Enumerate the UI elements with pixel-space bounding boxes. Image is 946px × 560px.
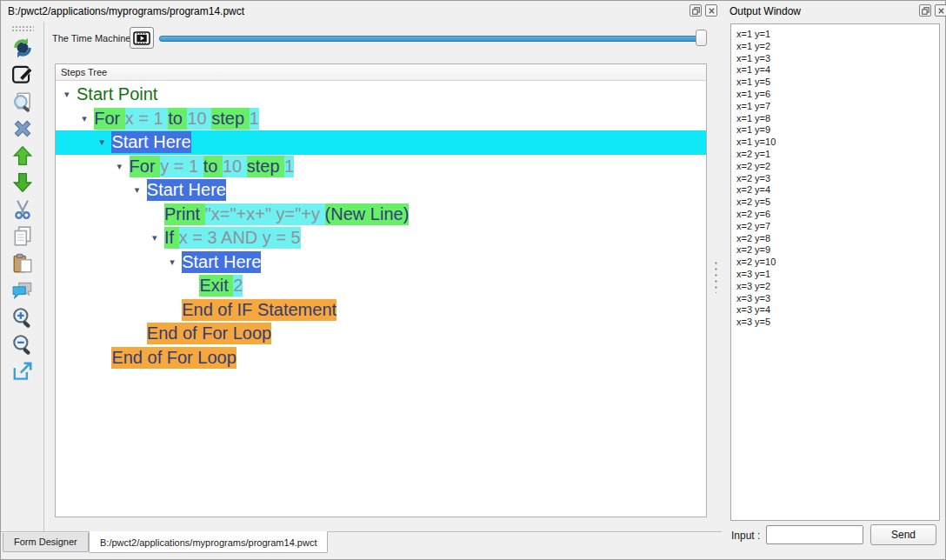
right-dock-title: Output Window — [729, 5, 801, 17]
output-line: x=1 y=3 — [736, 53, 937, 65]
step-text-segment: y = 1 — [160, 156, 203, 177]
output-line: x=3 y=1 — [736, 269, 937, 281]
step-text-segment: Start Point — [77, 83, 157, 105]
tree-row[interactable]: ▾For x = 1 to 10 step 1 — [56, 107, 706, 131]
step-text-segment: End of For Loop — [147, 323, 271, 344]
step-text-segment: Start Here — [147, 179, 226, 201]
float-window-icon[interactable] — [919, 4, 931, 17]
output-line: x=2 y=7 — [736, 221, 937, 233]
comments-icon[interactable] — [9, 277, 36, 303]
step-text-segment: End of For Loop — [111, 347, 236, 369]
step-text-segment: Start Here — [111, 131, 190, 153]
output-line: x=2 y=4 — [736, 184, 937, 197]
output-line: x=3 y=4 — [736, 304, 937, 317]
step-text-segment: Start Here — [182, 251, 261, 273]
float-window-icon[interactable] — [690, 4, 702, 17]
output-line: x=2 y=6 — [736, 209, 937, 221]
expand-arrow-icon[interactable]: ▾ — [82, 113, 94, 124]
step-text-segment: step — [211, 108, 249, 130]
tree-row[interactable]: Print "x="+x+" y="+y (New Line) — [56, 203, 706, 227]
step-text-segment: Exit — [199, 275, 233, 297]
time-machine-slider-handle[interactable] — [696, 30, 707, 46]
output-line: x=2 y=5 — [736, 197, 937, 209]
tree-row[interactable]: ▾Start Here — [56, 178, 706, 203]
pwct-main-window: B:/pwct2/applications/myprograms/program… — [0, 0, 946, 560]
output-line: x=3 y=2 — [736, 281, 937, 293]
output-line: x=1 y=9 — [736, 124, 937, 137]
tree-row[interactable]: Exit 2 — [56, 274, 706, 298]
expand-arrow-icon[interactable]: ▾ — [170, 257, 182, 268]
send-button[interactable]: Send — [870, 524, 936, 545]
toolbar-grip-icon[interactable] — [11, 25, 34, 31]
expand-arrow-icon[interactable]: ▾ — [135, 184, 147, 196]
step-text-segment: For — [130, 156, 161, 177]
step-text-segment: to — [203, 156, 223, 177]
step-text-segment: 1 — [284, 156, 294, 177]
output-line: x=3 y=3 — [736, 293, 937, 305]
toolbar-icons — [9, 34, 36, 384]
steps-tree-body: ▾Start Point▾For x = 1 to 10 step 1▾Star… — [56, 81, 706, 370]
time-machine-slider[interactable] — [159, 36, 706, 42]
expand-arrow-icon[interactable]: ▾ — [152, 232, 164, 243]
move-down-icon[interactable] — [9, 169, 36, 196]
step-text-segment: For — [94, 108, 125, 130]
output-line: x=1 y=10 — [736, 137, 937, 149]
step-text-segment: End of IF Statement — [182, 299, 336, 321]
step-text-segment: x = 1 — [125, 108, 168, 130]
copy-icon[interactable] — [9, 223, 36, 250]
interact-icon[interactable] — [9, 34, 36, 61]
output-line: x=2 y=10 — [736, 257, 937, 269]
expand-arrow-icon[interactable]: ▾ — [64, 89, 77, 100]
vertical-toolbar — [1, 22, 43, 531]
steps-tree-panel: Steps Tree ▾Start Point▾For x = 1 to 10 … — [55, 63, 707, 517]
open-window-icon[interactable] — [9, 357, 36, 384]
zoom-out-icon[interactable] — [9, 330, 36, 357]
zoom-in-icon[interactable] — [9, 303, 36, 330]
cut-icon[interactable] — [9, 196, 36, 223]
step-text-segment: x = 3 AND y = 5 — [179, 227, 301, 249]
tree-row[interactable]: ▾Start Here — [56, 130, 706, 155]
output-line: x=2 y=8 — [736, 233, 937, 245]
step-text-segment: step — [247, 156, 284, 177]
steps-tree-header: Steps Tree — [56, 64, 706, 81]
play-movie-button[interactable] — [130, 27, 154, 49]
panel-splitter-handle[interactable] — [714, 260, 718, 293]
tree-row[interactable]: ▾Start Point — [56, 83, 706, 107]
left-dock-title: B:/pwct2/applications/myprograms/program… — [8, 5, 244, 17]
tree-row[interactable]: End of IF Statement — [56, 298, 706, 323]
output-line: x=1 y=1 — [736, 29, 937, 41]
expand-arrow-icon[interactable]: ▾ — [99, 137, 111, 148]
tree-row[interactable]: ▾For y = 1 to 10 step 1 — [56, 155, 706, 179]
output-line: x=2 y=1 — [736, 149, 937, 161]
right-dock-buttons — [919, 4, 946, 17]
output-line: x=1 y=6 — [736, 89, 937, 101]
close-icon[interactable] — [935, 4, 946, 17]
step-text-segment: 10 — [187, 108, 211, 130]
step-text-segment: (New Line) — [325, 203, 410, 225]
tree-row[interactable]: End of For Loop — [56, 346, 706, 370]
left-dock-buttons — [690, 4, 717, 17]
close-icon[interactable] — [705, 4, 717, 17]
tab-form-designer[interactable]: Form Designer — [3, 533, 89, 552]
step-text-segment: "x="+x+" y="+y — [205, 203, 325, 225]
edit-icon[interactable] — [9, 61, 36, 88]
step-text-segment: If — [164, 227, 179, 249]
input-label: Input : — [731, 530, 760, 542]
tree-row[interactable]: End of For Loop — [56, 322, 706, 346]
output-line: x=1 y=5 — [736, 77, 937, 89]
output-line: x=3 y=5 — [736, 317, 937, 329]
find-icon[interactable] — [9, 88, 36, 115]
toolbar-separator — [43, 22, 44, 531]
output-line: x=2 y=9 — [736, 244, 937, 257]
input-field[interactable] — [766, 525, 863, 544]
expand-arrow-icon[interactable]: ▾ — [117, 161, 130, 172]
step-text-segment: 10 — [223, 156, 247, 177]
tree-row[interactable]: ▾Start Here — [56, 250, 706, 275]
tab-program-file[interactable]: B:/pwct2/applications/myprograms/program… — [89, 531, 328, 553]
tree-row[interactable]: ▾If x = 3 AND y = 5 — [56, 226, 706, 250]
step-text-segment: 1 — [250, 108, 259, 130]
time-machine-label: The Time Machine — [52, 33, 130, 43]
move-up-icon[interactable] — [9, 142, 36, 169]
delete-icon[interactable] — [9, 115, 36, 142]
paste-icon[interactable] — [9, 250, 36, 277]
